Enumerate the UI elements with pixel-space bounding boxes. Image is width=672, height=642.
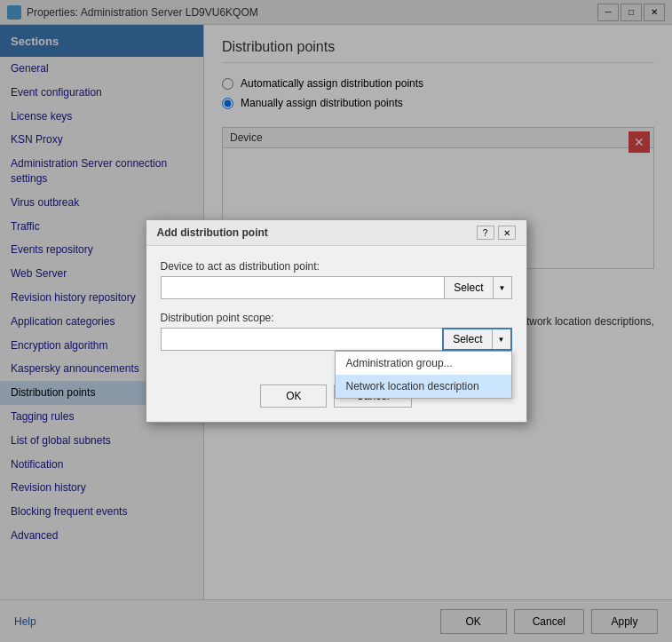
field-device-input-row: Select ▼ [161, 276, 512, 299]
field-device: Device to act as distribution point: Sel… [161, 260, 512, 299]
scope-dropdown-menu: Administration group... Network location… [335, 351, 512, 399]
scope-select-button[interactable]: Select ▼ [442, 328, 511, 351]
modal-title: Add distribution point [157, 226, 268, 239]
dropdown-item-network-location[interactable]: Network location description [336, 375, 511, 398]
device-select-label: Select [445, 277, 493, 298]
field-scope-input-row: Select ▼ Administration group... Network… [161, 328, 512, 351]
field-device-label: Device to act as distribution point: [161, 260, 512, 273]
modal-title-buttons: ? ✕ [477, 226, 516, 240]
modal-close-button[interactable]: ✕ [498, 226, 516, 240]
field-scope: Distribution point scope: Select ▼ Admin… [161, 312, 512, 351]
modal-content: Device to act as distribution point: Sel… [146, 246, 526, 377]
modal-overlay: Add distribution point ? ✕ Device to act… [0, 0, 672, 642]
dropdown-item-admin-group[interactable]: Administration group... [336, 352, 511, 375]
modal-ok-button[interactable]: OK [260, 384, 327, 408]
field-scope-label: Distribution point scope: [161, 312, 512, 324]
device-input[interactable] [161, 276, 445, 299]
device-select-arrow-icon: ▼ [494, 277, 511, 298]
device-select-button[interactable]: Select ▼ [444, 276, 511, 299]
modal-help-button[interactable]: ? [477, 226, 494, 240]
scope-select-arrow-icon: ▼ [493, 329, 510, 349]
scope-select-container: Select ▼ Administration group... Network… [442, 328, 511, 351]
add-distribution-point-modal: Add distribution point ? ✕ Device to act… [146, 219, 527, 423]
modal-title-bar: Add distribution point ? ✕ [146, 220, 526, 246]
scope-select-label: Select [444, 329, 492, 349]
scope-input[interactable] [161, 328, 443, 351]
